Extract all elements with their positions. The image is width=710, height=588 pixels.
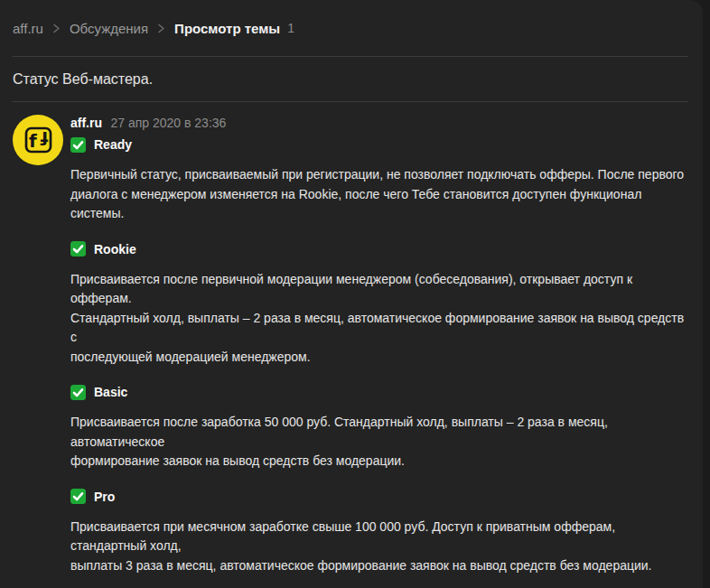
status-row-ready: Ready — [69, 135, 688, 154]
status-description: Присваивается после первичной модерации … — [69, 270, 688, 368]
post-timestamp: 27 апр 2020 в 23:36 — [110, 116, 226, 130]
thread-panel: aff.ru Обсуждения Просмотр темы 1 Статус… — [0, 0, 703, 588]
svg-text:f: f — [40, 127, 48, 149]
breadcrumb: aff.ru Обсуждения Просмотр темы 1 — [0, 0, 703, 56]
breadcrumb-home-link[interactable]: aff.ru — [13, 20, 43, 37]
status-description: Первичный статус, присваиваемый при реги… — [69, 165, 688, 224]
chevron-right-icon — [51, 23, 61, 34]
aff-ru-logo-icon: f f — [13, 115, 63, 165]
status-label: Pro — [94, 488, 115, 506]
post-author[interactable]: aff.ru — [70, 116, 102, 130]
breadcrumb-discussions-link[interactable]: Обсуждения — [70, 20, 148, 37]
post: f f aff.ru 27 апр 2020 в 23:36 Ready Пер… — [0, 102, 703, 588]
status-description: Присваивается при месячном заработке свы… — [69, 518, 688, 576]
breadcrumb-page-counter: 1 — [287, 20, 294, 37]
chevron-right-icon — [156, 23, 166, 34]
status-label: Rookie — [94, 240, 136, 258]
post-body: aff.ru 27 апр 2020 в 23:36 Ready Первичн… — [69, 115, 688, 588]
green-check-icon — [70, 385, 86, 400]
post-meta: aff.ru 27 апр 2020 в 23:36 — [69, 115, 688, 131]
status-label: Basic — [94, 383, 127, 401]
breadcrumb-current: Просмотр темы — [174, 20, 280, 37]
green-check-icon — [70, 489, 86, 504]
topic-title: Статус Веб-мастера. — [0, 57, 703, 101]
svg-text:f: f — [29, 130, 37, 152]
status-description: Присваивается после заработка 50 000 руб… — [69, 413, 688, 471]
green-check-icon — [70, 137, 86, 153]
status-row-basic: Basic — [69, 383, 688, 401]
green-check-icon — [70, 241, 86, 257]
avatar[interactable]: f f — [13, 115, 63, 165]
status-row-pro: Pro — [69, 488, 688, 506]
status-row-rookie: Rookie — [69, 240, 688, 258]
status-label: Ready — [94, 135, 132, 154]
